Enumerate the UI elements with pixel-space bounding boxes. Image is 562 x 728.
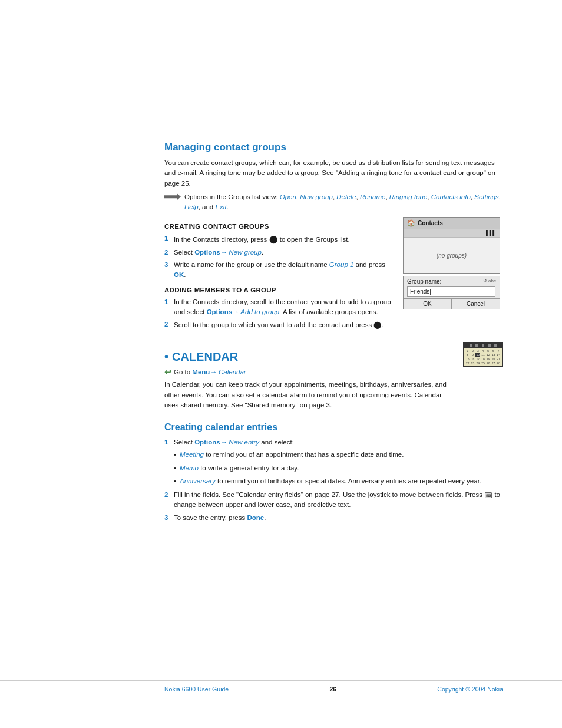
managing-intro-text: You can create contact groups, which can… (164, 158, 503, 189)
cal-cell: 19 (486, 357, 491, 361)
adding-step-2-text: Scroll to the group to which you want to… (174, 319, 384, 330)
cal-ring-2 (475, 344, 478, 347)
step-1-text: In the Contacts directory, press ⬤ to op… (174, 233, 350, 245)
cal-cell: 2 (471, 349, 475, 353)
cal-cell: 25 (481, 361, 485, 365)
entry-step-1: 1 Select Options→ New entry and select: (164, 437, 503, 447)
calendar-heading: • CALENDAR (164, 350, 454, 364)
cal-cell: 7 (496, 349, 501, 353)
creating-step-2: 2 Select Options→ New group. (164, 248, 394, 258)
cal-cell: 18 (481, 357, 485, 361)
cal-cell: 13 (491, 353, 496, 357)
dialog-label: Group name: ↺ abc (404, 276, 500, 285)
cal-ring-3 (482, 344, 484, 347)
bullet-anniversary: • Anniversary to remind you of birthdays… (174, 476, 503, 486)
cal-cell: 8 (465, 353, 470, 357)
cal-cell: 16 (471, 357, 475, 361)
calendar-section: • CALENDAR ↩ Go to Menu→ Calendar In Cal… (164, 341, 503, 414)
bullet-meeting: • Meeting to remind you of an appointmen… (174, 450, 503, 460)
dialog-buttons: OK Cancel (404, 298, 500, 309)
cal-ring-5 (494, 344, 497, 347)
contacts-phone-screen: 🏠 Contacts ▌▌▌ (no groups) (403, 217, 500, 274)
step-2-text: Select Options→ New group. (174, 248, 263, 258)
entry-step-num-2: 2 (164, 490, 170, 500)
cal-cell: 12 (486, 353, 491, 357)
cal-cell: 4 (481, 349, 485, 353)
cal-cell: 26 (486, 361, 491, 365)
creating-groups-left: CREATING CONTACT GROUPS 1 In the Contact… (164, 217, 394, 332)
cal-cell: 3 (475, 349, 480, 353)
signal-icon: ▌▌▌ (486, 230, 496, 236)
calendar-goto-line: ↩ Go to Menu→ Calendar (164, 367, 454, 377)
entry-step-2-text: Fill in the fields. See "Calendar entry … (174, 490, 503, 510)
creating-entries-list: 1 Select Options→ New entry and select: (164, 437, 503, 447)
bullet-meeting-text: Meeting to remind you of an appointment … (180, 450, 404, 460)
cal-cell: 21 (496, 357, 501, 361)
creating-step-3: 3 Write a name for the group or use the … (164, 260, 394, 281)
cal-grid-body: 1 2 3 4 5 6 7 8 9 10 11 12 13 14 (464, 348, 502, 366)
cal-cell: 5 (486, 349, 491, 353)
creating-groups-subheading: CREATING CONTACT GROUPS (164, 223, 394, 230)
calendar-word: CALENDAR (172, 350, 238, 364)
entries-bullet-list: • Meeting to remind you of an appointmen… (174, 450, 503, 486)
options-text: Options in the Groups list view: Open, N… (184, 192, 503, 213)
step-num-3: 3 (164, 260, 170, 270)
cal-cell: 1 (465, 349, 470, 353)
cal-cell: 27 (491, 361, 496, 365)
adding-steps-list: 1 In the Contacts directory, scroll to t… (164, 297, 394, 331)
calendar-bullet: • (164, 350, 168, 364)
no-groups-text: (no groups) (437, 252, 467, 259)
entry-step-num-1: 1 (164, 437, 170, 447)
calendar-grid-icon: 1 2 3 4 5 6 7 8 9 10 11 12 13 14 (463, 342, 503, 367)
adding-step-1-text: In the Contacts directory, scroll to the… (174, 297, 394, 318)
options-line: Options in the Groups list view: Open, N… (164, 192, 503, 213)
contacts-status-bar: ▌▌▌ (404, 229, 500, 238)
entry-step-3-text: To save the entry, press Done. (174, 513, 266, 523)
keyboard-icon: ⌨ (485, 492, 492, 498)
contacts-title-bar: 🏠 Contacts (404, 218, 500, 229)
adding-members-subheading: ADDING MEMBERS TO A GROUP (164, 286, 394, 294)
step-3-text: Write a name for the group or use the de… (174, 260, 394, 281)
calendar-grid: 1 2 3 4 5 6 7 8 9 10 11 12 13 14 (463, 342, 503, 367)
cal-ring-4 (488, 344, 491, 347)
adding-step-2: 2 Scroll to the group to which you want … (164, 319, 394, 330)
bullet-memo-text: Memo to write a general entry for a day. (180, 463, 299, 473)
creating-groups-section: CREATING CONTACT GROUPS 1 In the Contact… (164, 217, 503, 332)
adding-step-1: 1 In the Contacts directory, scroll to t… (164, 297, 394, 318)
bullet-dot-1: • (174, 450, 176, 460)
options-arrow-icon (164, 193, 181, 200)
entry-step-1-text: Select Options→ New entry and select: (174, 437, 294, 447)
creating-entries-list-2: 2 Fill in the fields. See "Calendar entr… (164, 490, 503, 523)
bullet-memo: • Memo to write a general entry for a da… (174, 463, 503, 473)
managing-contact-groups-heading: Managing contact groups (164, 141, 503, 153)
goto-text: Go to Menu→ Calendar (174, 368, 246, 375)
cal-cell: 17 (475, 357, 480, 361)
step-num-2: 2 (164, 248, 170, 258)
bullet-dot-3: • (174, 476, 176, 486)
entry-step-num-3: 3 (164, 513, 170, 523)
creating-steps-list: 1 In the Contacts directory, press ⬤ to … (164, 233, 394, 280)
cal-cell: 20 (491, 357, 496, 361)
contacts-screenshot: 🏠 Contacts ▌▌▌ (no groups) Group name: ↺… (403, 217, 503, 309)
cal-ring-1 (470, 344, 472, 347)
page: Managing contact groups You can create c… (0, 0, 562, 728)
dialog-cancel-button[interactable]: Cancel (452, 299, 500, 309)
cal-cell: 24 (475, 361, 480, 365)
dialog-abc: ↺ abc (483, 278, 496, 284)
group-name-dialog: Group name: ↺ abc Friends| OK Cancel (403, 276, 500, 309)
adding-step-num-1: 1 (164, 297, 170, 307)
footer-left: Nokia 6600 User Guide (164, 686, 229, 693)
cal-cell-today: 10 (475, 353, 480, 357)
creating-step-1: 1 In the Contacts directory, press ⬤ to … (164, 233, 394, 245)
footer-right: Copyright © 2004 Nokia (437, 686, 503, 693)
cal-cell: 9 (471, 353, 475, 357)
step-num-1: 1 (164, 233, 170, 243)
content-area: Managing contact groups You can create c… (0, 0, 562, 572)
dialog-ok-button[interactable]: OK (404, 299, 452, 309)
dialog-input[interactable]: Friends| (407, 286, 495, 297)
calendar-body-text: In Calendar, you can keep track of your … (164, 380, 454, 410)
contacts-body: (no groups) (404, 238, 500, 273)
contacts-title-icon: 🏠 (407, 219, 415, 227)
cal-cell: 28 (496, 361, 501, 365)
cal-cell: 6 (491, 349, 496, 353)
